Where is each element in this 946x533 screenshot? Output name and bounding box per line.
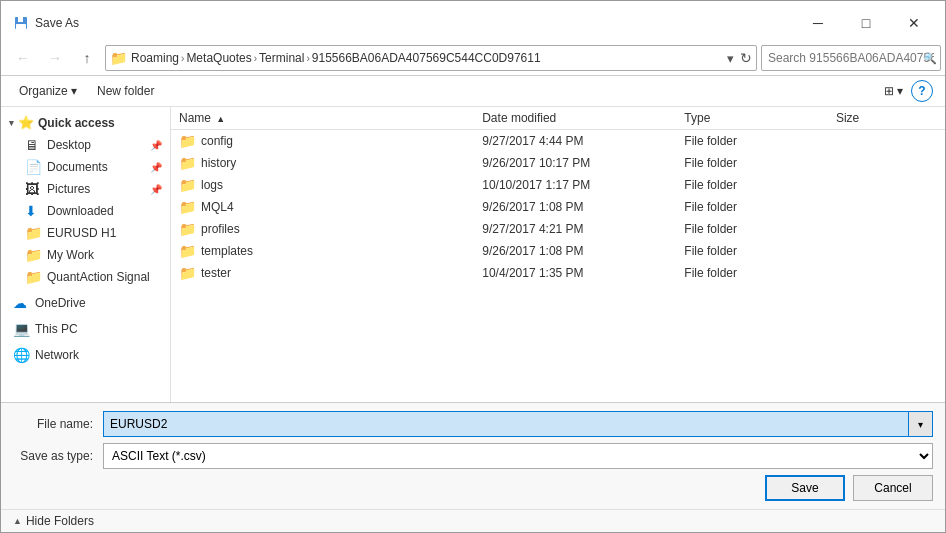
breadcrumb-sep-2: › bbox=[254, 53, 257, 64]
sidebar-item-desktop[interactable]: 🖥 Desktop 📌 bbox=[1, 134, 170, 156]
view-button[interactable]: ⊞ ▾ bbox=[880, 82, 907, 100]
svg-rect-1 bbox=[18, 17, 23, 22]
maximize-button[interactable]: □ bbox=[843, 9, 889, 37]
sidebar-pictures-label: Pictures bbox=[47, 182, 90, 196]
table-row[interactable]: history 9/26/2017 10:17 PM File folder bbox=[171, 152, 945, 174]
folder-icon bbox=[179, 265, 195, 281]
filename-row: File name: ▾ bbox=[13, 411, 933, 437]
save-as-dialog: Save As ─ □ ✕ ← → ↑ 📁 Roaming › MetaQuot… bbox=[0, 0, 946, 533]
refresh-button[interactable]: ↻ bbox=[740, 50, 752, 66]
table-row[interactable]: profiles 9/27/2017 4:21 PM File folder bbox=[171, 218, 945, 240]
table-row[interactable]: tester 10/4/2017 1:35 PM File folder bbox=[171, 262, 945, 284]
table-row[interactable]: logs 10/10/2017 1:17 PM File folder bbox=[171, 174, 945, 196]
filename-input[interactable] bbox=[103, 411, 909, 437]
file-name: history bbox=[201, 156, 236, 170]
breadcrumb-terminal[interactable]: Terminal bbox=[259, 51, 304, 65]
sidebar-documents-label: Documents bbox=[47, 160, 108, 174]
sidebar-network-label: Network bbox=[35, 348, 79, 362]
address-dropdown-button[interactable]: ▾ bbox=[725, 51, 736, 66]
downloaded-icon: ⬇ bbox=[25, 203, 41, 219]
address-breadcrumb[interactable]: Roaming › MetaQuotes › Terminal › 915566… bbox=[131, 51, 721, 65]
onedrive-icon: ☁ bbox=[13, 295, 29, 311]
address-folder-icon: 📁 bbox=[110, 50, 127, 66]
filename-label: File name: bbox=[13, 417, 103, 431]
file-date: 10/10/2017 1:17 PM bbox=[482, 178, 684, 192]
file-type: File folder bbox=[684, 134, 836, 148]
titlebar-left: Save As bbox=[13, 15, 79, 31]
table-row[interactable]: config 9/27/2017 4:44 PM File folder bbox=[171, 130, 945, 152]
help-button[interactable]: ? bbox=[911, 80, 933, 102]
folder-icon bbox=[179, 177, 195, 193]
file-date: 9/26/2017 10:17 PM bbox=[482, 156, 684, 170]
minimize-button[interactable]: ─ bbox=[795, 9, 841, 37]
save-button[interactable]: Save bbox=[765, 475, 845, 501]
quick-access-header[interactable]: ▾ ⭐ Quick access bbox=[1, 111, 170, 134]
sidebar-item-downloaded[interactable]: ⬇ Downloaded bbox=[1, 200, 170, 222]
pin-icon-pictures: 📌 bbox=[150, 184, 162, 195]
file-type: File folder bbox=[684, 156, 836, 170]
chevron-icon: ▾ bbox=[9, 118, 14, 128]
file-name: logs bbox=[201, 178, 223, 192]
toolbar2-right: ⊞ ▾ ? bbox=[880, 80, 933, 102]
new-folder-button[interactable]: New folder bbox=[91, 82, 160, 100]
savetype-field-container: ASCII Text (*.csv) bbox=[103, 443, 933, 469]
sidebar-eurusd-label: EURUSD H1 bbox=[47, 226, 116, 240]
hide-folders-bar[interactable]: ▲ Hide Folders bbox=[1, 509, 945, 532]
organize-button[interactable]: Organize ▾ bbox=[13, 82, 83, 100]
sidebar-desktop-label: Desktop bbox=[47, 138, 91, 152]
file-type: File folder bbox=[684, 244, 836, 258]
folder-icon bbox=[179, 221, 195, 237]
sidebar-item-mywork[interactable]: 📁 My Work bbox=[1, 244, 170, 266]
back-button[interactable]: ← bbox=[9, 46, 37, 70]
table-row[interactable]: templates 9/26/2017 1:08 PM File folder bbox=[171, 240, 945, 262]
breadcrumb-metaquotes[interactable]: MetaQuotes bbox=[186, 51, 251, 65]
organize-toolbar: Organize ▾ New folder ⊞ ▾ ? bbox=[1, 76, 945, 107]
sidebar-thispc-section: 💻 This PC bbox=[1, 318, 170, 340]
mywork-folder-icon: 📁 bbox=[25, 247, 41, 263]
file-list-header: Name ▲ Date modified Type Size bbox=[171, 107, 945, 130]
sidebar-item-quantaction[interactable]: 📁 QuantAction Signal bbox=[1, 266, 170, 288]
column-name-header[interactable]: Name ▲ bbox=[179, 111, 482, 125]
file-name: templates bbox=[201, 244, 253, 258]
savetype-label: Save as type: bbox=[13, 449, 103, 463]
forward-button[interactable]: → bbox=[41, 46, 69, 70]
sidebar-item-pictures[interactable]: 🖼 Pictures 📌 bbox=[1, 178, 170, 200]
search-input[interactable] bbox=[761, 45, 941, 71]
file-date: 9/26/2017 1:08 PM bbox=[482, 200, 684, 214]
quick-access-label: Quick access bbox=[38, 116, 115, 130]
up-button[interactable]: ↑ bbox=[73, 46, 101, 70]
breadcrumb-roaming[interactable]: Roaming bbox=[131, 51, 179, 65]
column-date-header[interactable]: Date modified bbox=[482, 111, 684, 125]
pictures-icon: 🖼 bbox=[25, 181, 41, 197]
sidebar-quick-access: ▾ ⭐ Quick access 🖥 Desktop 📌 📄 Documents… bbox=[1, 111, 170, 288]
column-type-header[interactable]: Type bbox=[684, 111, 836, 125]
breadcrumb-guid[interactable]: 915566BA06ADA407569C544CC0D97611 bbox=[312, 51, 541, 65]
sidebar-item-thispc[interactable]: 💻 This PC bbox=[1, 318, 170, 340]
folder-icon bbox=[179, 243, 195, 259]
eurusd-folder-icon: 📁 bbox=[25, 225, 41, 241]
breadcrumb-sep-1: › bbox=[181, 53, 184, 64]
filename-dropdown-arrow[interactable]: ▾ bbox=[909, 411, 933, 437]
sidebar-item-network[interactable]: 🌐 Network bbox=[1, 344, 170, 366]
titlebar: Save As ─ □ ✕ bbox=[1, 1, 945, 41]
savetype-select[interactable]: ASCII Text (*.csv) bbox=[103, 443, 933, 469]
column-size-header[interactable]: Size bbox=[836, 111, 937, 125]
quantaction-folder-icon: 📁 bbox=[25, 269, 41, 285]
close-button[interactable]: ✕ bbox=[891, 9, 937, 37]
sidebar-downloaded-label: Downloaded bbox=[47, 204, 114, 218]
svg-rect-2 bbox=[16, 24, 26, 29]
network-icon: 🌐 bbox=[13, 347, 29, 363]
main-area: ▾ ⭐ Quick access 🖥 Desktop 📌 📄 Documents… bbox=[1, 107, 945, 402]
pin-icon-desktop: 📌 bbox=[150, 140, 162, 151]
sidebar-item-documents[interactable]: 📄 Documents 📌 bbox=[1, 156, 170, 178]
cancel-button[interactable]: Cancel bbox=[853, 475, 933, 501]
thispc-icon: 💻 bbox=[13, 321, 29, 337]
hide-folders-label: Hide Folders bbox=[26, 514, 94, 528]
table-row[interactable]: MQL4 9/26/2017 1:08 PM File folder bbox=[171, 196, 945, 218]
action-buttons: Save Cancel bbox=[13, 475, 933, 501]
sidebar-item-eurusd[interactable]: 📁 EURUSD H1 bbox=[1, 222, 170, 244]
filename-field-container: ▾ bbox=[103, 411, 933, 437]
sidebar-item-onedrive[interactable]: ☁ OneDrive bbox=[1, 292, 170, 314]
documents-icon: 📄 bbox=[25, 159, 41, 175]
file-name: config bbox=[201, 134, 233, 148]
